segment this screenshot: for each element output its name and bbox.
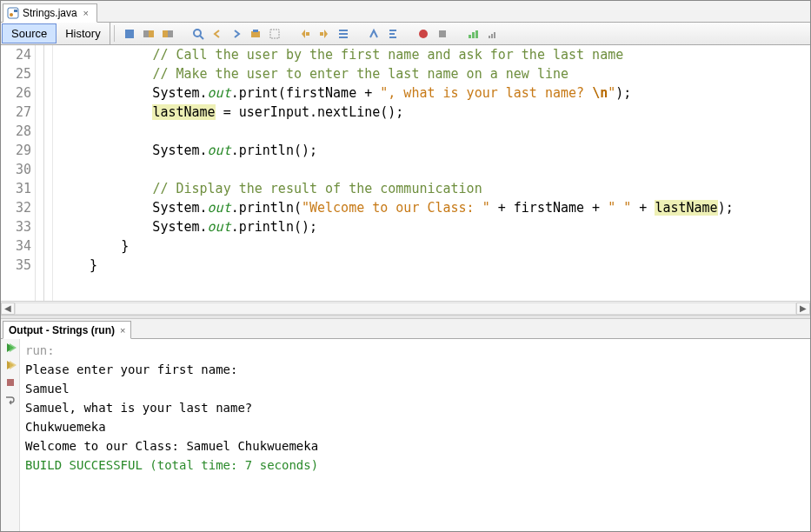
svg-rect-25: [494, 32, 495, 38]
code-content[interactable]: // Call the user by the first name and a…: [53, 45, 810, 301]
line-number: 26: [1, 83, 31, 103]
code-line[interactable]: lastName = userInput.nextLine();: [58, 103, 810, 122]
line-number: 31: [1, 179, 31, 198]
file-tab-label: Strings.java: [23, 7, 77, 19]
nav-back-icon[interactable]: [209, 26, 225, 42]
console-line: Please enter your first name:: [25, 360, 805, 379]
toggle-highlight-icon[interactable]: [267, 26, 283, 42]
shift-left-icon[interactable]: [297, 26, 313, 42]
fold-column[interactable]: [36, 45, 53, 301]
wrap-icon[interactable]: [3, 393, 17, 407]
code-editor: 242526272829303132333435 // Call the use…: [1, 45, 810, 315]
svg-rect-7: [168, 30, 173, 37]
svg-rect-26: [7, 379, 14, 386]
code-line[interactable]: [58, 122, 810, 141]
svg-rect-15: [339, 33, 348, 35]
view-tab-history[interactable]: History: [57, 23, 110, 44]
chart-icon[interactable]: [465, 26, 481, 42]
code-line[interactable]: System.out.println();: [58, 141, 810, 160]
output-tab-label: Output - Strings (run): [9, 324, 115, 336]
svg-rect-22: [475, 30, 478, 38]
stop-icon[interactable]: [3, 376, 17, 389]
diff-prev-icon[interactable]: [160, 26, 176, 42]
line-number: 28: [1, 122, 31, 141]
diff-icon[interactable]: [141, 26, 156, 42]
code-area[interactable]: 242526272829303132333435 // Call the use…: [1, 45, 810, 301]
select-in-icon[interactable]: [248, 26, 263, 42]
shift-right-icon[interactable]: [316, 26, 332, 42]
svg-point-8: [194, 30, 201, 37]
svg-point-1: [10, 13, 13, 17]
code-line[interactable]: // Call the user by the first name and a…: [58, 45, 810, 64]
console[interactable]: run:Please enter your first name: Samuel…: [20, 339, 810, 531]
line-number: 25: [1, 64, 31, 83]
scroll-left-icon[interactable]: ◀: [1, 303, 15, 315]
file-tabstrip: Strings.java ×: [1, 1, 810, 23]
search-icon[interactable]: [190, 26, 206, 42]
stop-macro-icon[interactable]: [435, 26, 450, 42]
toolbar-icon-group: [118, 23, 503, 44]
svg-rect-17: [339, 37, 348, 38]
console-line: Samuel: [25, 379, 805, 398]
line-number: 29: [1, 141, 31, 160]
code-line[interactable]: System.out.print(firstName + ", what is …: [58, 83, 810, 103]
chart-small-icon[interactable]: [484, 26, 500, 42]
line-number: 27: [1, 103, 31, 122]
svg-rect-16: [339, 30, 348, 31]
code-line[interactable]: System.out.println("Welcome to our Class…: [58, 198, 810, 217]
scroll-track[interactable]: [15, 303, 796, 315]
line-number: 35: [1, 256, 31, 275]
svg-rect-6: [163, 30, 168, 37]
console-line: Chukwuemeka: [25, 417, 805, 436]
line-number: 32: [1, 198, 31, 217]
output-tab[interactable]: Output - Strings (run) ×: [3, 321, 131, 339]
line-number: 30: [1, 160, 31, 179]
svg-rect-0: [8, 8, 18, 18]
java-file-icon: [7, 7, 19, 19]
line-number-gutter: 242526272829303132333435: [1, 45, 36, 301]
run-again-icon[interactable]: [3, 341, 17, 355]
code-line[interactable]: // Display the result of the communicati…: [58, 179, 810, 198]
console-line: Welcome to our Class: Samuel Chukwuemeka: [25, 436, 805, 456]
scroll-right-icon[interactable]: ▶: [796, 303, 810, 315]
code-line[interactable]: System.out.println();: [58, 217, 810, 236]
run-again-2-icon[interactable]: [3, 358, 17, 372]
svg-point-18: [419, 30, 428, 38]
svg-rect-2: [14, 10, 17, 12]
code-line[interactable]: }: [58, 256, 810, 275]
svg-rect-19: [439, 30, 446, 37]
console-line: Samuel, what is your last name?: [25, 398, 805, 417]
svg-rect-4: [143, 30, 149, 37]
nav-fwd-icon[interactable]: [229, 26, 244, 42]
svg-rect-12: [270, 30, 279, 38]
code-line[interactable]: [58, 160, 810, 179]
file-tab-strings[interactable]: Strings.java ×: [3, 3, 97, 23]
line-number: 33: [1, 217, 31, 236]
line-number: 24: [1, 45, 31, 64]
code-line[interactable]: // Make the user to enter the last name …: [58, 64, 810, 83]
console-line: BUILD SUCCESSFUL (total time: 7 seconds): [25, 456, 805, 475]
code-line[interactable]: }: [58, 236, 810, 256]
refactor-icon[interactable]: [122, 26, 137, 42]
view-tab-source-label: Source: [11, 27, 47, 40]
comment-icon[interactable]: [336, 26, 351, 42]
line-number: 34: [1, 236, 31, 256]
format-icon[interactable]: [366, 26, 382, 42]
output-tab-close[interactable]: ×: [120, 325, 125, 336]
svg-rect-5: [149, 30, 154, 37]
toolbar-separator: [114, 25, 115, 42]
reformat-icon[interactable]: [385, 26, 401, 42]
file-tab-close[interactable]: ×: [81, 8, 91, 18]
svg-rect-3: [125, 30, 134, 38]
console-line: run:: [25, 341, 805, 360]
output-sidebar: [1, 339, 20, 531]
view-tab-source[interactable]: Source: [2, 23, 57, 43]
record-macro-icon[interactable]: [415, 26, 431, 42]
svg-rect-21: [472, 32, 475, 38]
svg-rect-20: [469, 35, 471, 38]
editor-toolbar: Source History: [1, 23, 810, 45]
svg-rect-10: [251, 31, 260, 37]
editor-hscrollbar[interactable]: ◀ ▶: [1, 301, 810, 315]
svg-rect-24: [491, 34, 493, 38]
svg-rect-23: [489, 36, 490, 38]
